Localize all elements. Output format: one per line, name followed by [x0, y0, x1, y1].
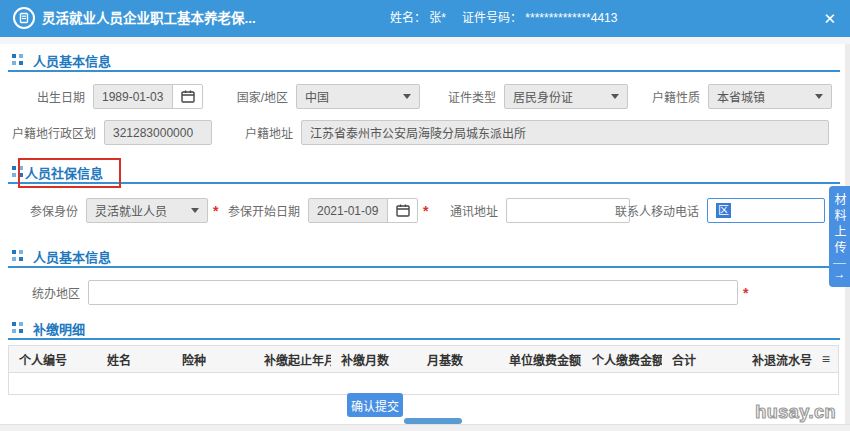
col-name: 姓名 [97, 351, 172, 368]
cert-type-label: 证件类型 [446, 88, 496, 105]
document-circle-icon [13, 7, 35, 29]
col-monthly-base: 月基数 [417, 351, 499, 368]
hukou-division-label: 户籍地行政区划 [8, 124, 96, 141]
mail-address-label: 通讯地址 [450, 202, 498, 219]
table-menu-icon[interactable]: ≡ [816, 351, 838, 367]
mail-address-field: 通讯地址 [450, 198, 630, 223]
title-bar: 灵活就业人员企业职工基本养老保... 姓名： 张* 证件号码： ********… [0, 0, 850, 37]
country-field: 国家/地区 中国 [233, 84, 420, 109]
calendar-icon[interactable] [172, 85, 202, 108]
birth-date-field: 出生日期 1989-01-03 [25, 84, 203, 109]
hukou-address-field: 户籍地址 江苏省泰州市公安局海陵分局城东派出所 [245, 120, 829, 145]
cert-number: 证件号码： **************4413 [462, 0, 617, 37]
confirm-submit-button[interactable]: 确认提交 [347, 393, 403, 417]
material-upload-tab[interactable]: 材料上传 → [829, 186, 850, 287]
col-period: 补缴起止年月 [254, 351, 331, 368]
section-basic-info-1: 人员基本信息 [8, 50, 840, 72]
country-label: 国家/地区 [233, 88, 288, 105]
chevron-down-icon [191, 208, 199, 213]
col-insurance-type: 险种 [172, 351, 254, 368]
section-grid-icon [12, 322, 23, 333]
insured-identity-field: 参保身份 灵活就业人员 * [20, 198, 218, 223]
col-employer-amount: 单位缴费金额 [499, 351, 582, 368]
section-social-info: 人员社保信息 [8, 162, 840, 184]
hukou-division-field: 户籍地行政区划 321283000000 [8, 120, 212, 145]
insured-identity-label: 参保身份 [20, 202, 78, 219]
cert-type-select[interactable]: 居民身份证 [504, 84, 628, 109]
col-personal-id: 个人编号 [9, 351, 97, 368]
section-title: 人员基本信息 [33, 51, 111, 70]
start-date-label: 参保开始日期 [226, 202, 300, 219]
hukou-nature-select[interactable]: 本省城镇 [708, 84, 832, 109]
mail-address-input[interactable] [506, 198, 630, 223]
hukou-division-input: 321283000000 [104, 120, 212, 145]
table-empty-body [9, 373, 838, 394]
person-name: 姓名： 张* [390, 0, 446, 37]
material-upload-label: 材料上传 [831, 193, 848, 257]
section-payment-detail: 补缴明细 [8, 318, 840, 340]
header-separator [0, 37, 850, 44]
table-header-row: 个人编号 姓名 险种 补缴起止年月 补缴月数 月基数 单位缴费金额 个人缴费金额… [9, 346, 838, 373]
watermark: husay.cn [755, 402, 836, 423]
region-label: 统办地区 [25, 284, 80, 301]
arrow-right-icon: → [834, 267, 846, 281]
section-title: 补缴明细 [33, 319, 85, 338]
close-icon[interactable]: ✕ [823, 0, 836, 37]
col-months: 补缴月数 [331, 351, 417, 368]
cert-type-field: 证件类型 居民身份证 [446, 84, 628, 109]
region-input[interactable] [88, 280, 738, 305]
birth-date-input: 1989-01-03 [93, 84, 203, 109]
hukou-nature-field: 户籍性质 本省城镇 [650, 84, 832, 109]
calendar-icon[interactable] [387, 199, 417, 222]
selected-text: 区 [716, 203, 731, 218]
chevron-down-icon [815, 94, 823, 99]
insured-identity-select[interactable]: 灵活就业人员 [86, 198, 208, 223]
hukou-address-label: 户籍地址 [245, 124, 293, 141]
bottom-edge [0, 424, 850, 431]
hukou-address-input: 江苏省泰州市公安局海陵分局城东派出所 [301, 120, 829, 145]
birth-date-label: 出生日期 [25, 88, 85, 105]
section-grid-icon [12, 54, 23, 65]
required-asterisk: * [423, 203, 428, 219]
contact-phone-input[interactable]: 区 [707, 198, 825, 223]
highlight-red-frame: 人员社保信息 [18, 158, 121, 188]
tab-divider [833, 263, 846, 264]
hukou-nature-label: 户籍性质 [650, 88, 700, 105]
col-total: 合计 [662, 351, 742, 368]
required-asterisk: * [743, 285, 748, 301]
section-basic-info-2: 人员基本信息 [8, 246, 840, 268]
start-date-input: 2021-01-09 [308, 198, 418, 223]
start-date-field: 参保开始日期 2021-01-09 * [226, 198, 428, 223]
contact-phone-field: 联系人移动电话 区 [613, 198, 825, 223]
contact-phone-label: 联系人移动电话 [613, 202, 699, 219]
col-serial-number: 补退流水号 [742, 351, 816, 368]
required-asterisk: * [213, 203, 218, 219]
pension-insurance-modal: 灵活就业人员企业职工基本养老保... 姓名： 张* 证件号码： ********… [0, 0, 850, 431]
region-field: 统办地区 * [25, 280, 748, 305]
chevron-down-icon [611, 94, 619, 99]
col-personal-amount: 个人缴费金额 [582, 351, 662, 368]
country-select[interactable]: 中国 [296, 84, 420, 109]
chevron-down-icon [403, 94, 411, 99]
section-grid-icon [12, 250, 23, 261]
payment-detail-table: 个人编号 姓名 险种 补缴起止年月 补缴月数 月基数 单位缴费金额 个人缴费金额… [8, 345, 839, 395]
window-title: 灵活就业人员企业职工基本养老保... [42, 0, 256, 37]
section-title: 人员社保信息 [25, 166, 103, 181]
section-title: 人员基本信息 [33, 247, 111, 266]
